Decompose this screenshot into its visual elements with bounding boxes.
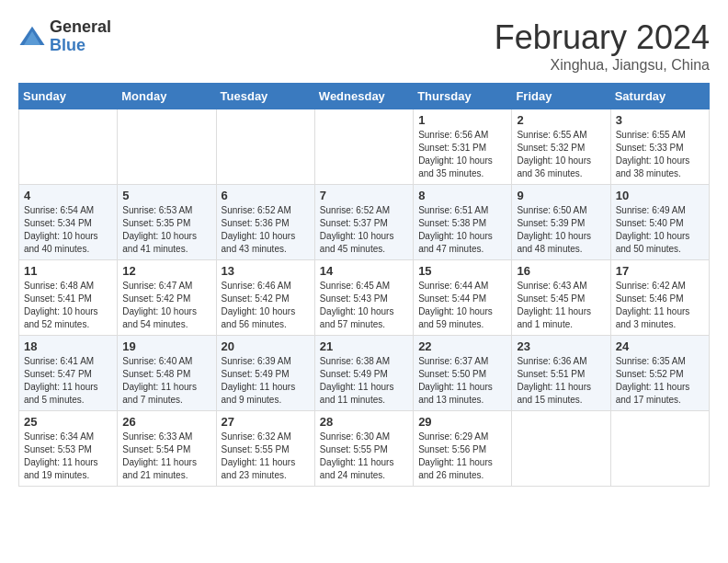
day-info: Sunrise: 6:34 AM Sunset: 5:53 PM Dayligh… [24,431,112,482]
calendar-cell [19,109,118,185]
day-info: Sunrise: 6:49 AM Sunset: 5:40 PM Dayligh… [616,204,704,256]
logo: General Blue [18,18,111,55]
day-number: 1 [418,113,506,127]
day-number: 9 [517,189,605,202]
day-info: Sunrise: 6:48 AM Sunset: 5:41 PM Dayligh… [24,280,112,331]
calendar-cell: 8Sunrise: 6:51 AM Sunset: 5:38 PM Daylig… [414,185,512,260]
calendar-cell [216,109,314,185]
calendar-row: 25Sunrise: 6:34 AM Sunset: 5:53 PM Dayli… [19,411,710,487]
day-number: 12 [122,264,210,278]
calendar-cell: 1Sunrise: 6:56 AM Sunset: 5:31 PM Daylig… [414,109,512,185]
calendar-cell: 26Sunrise: 6:33 AM Sunset: 5:54 PM Dayli… [118,411,216,487]
calendar-row: 18Sunrise: 6:41 AM Sunset: 5:47 PM Dayli… [19,336,710,411]
day-number: 8 [418,189,506,202]
day-number: 18 [24,339,112,353]
calendar-row: 11Sunrise: 6:48 AM Sunset: 5:41 PM Dayli… [19,260,710,336]
day-number: 20 [222,339,310,353]
day-number: 5 [122,189,210,202]
logo-blue: Blue [50,37,111,55]
calendar-row: 1Sunrise: 6:56 AM Sunset: 5:31 PM Daylig… [19,109,710,185]
day-number: 28 [320,415,408,429]
day-info: Sunrise: 6:32 AM Sunset: 5:55 PM Dayligh… [222,431,310,482]
day-info: Sunrise: 6:46 AM Sunset: 5:42 PM Dayligh… [222,280,310,331]
weekday-header: Tuesday [216,84,314,109]
day-number: 14 [320,264,408,278]
calendar-cell: 24Sunrise: 6:35 AM Sunset: 5:52 PM Dayli… [610,336,709,411]
day-info: Sunrise: 6:55 AM Sunset: 5:32 PM Dayligh… [517,129,605,180]
calendar-cell: 5Sunrise: 6:53 AM Sunset: 5:35 PM Daylig… [118,185,216,260]
month-title: February 2024 [495,18,710,57]
calendar-cell: 23Sunrise: 6:36 AM Sunset: 5:51 PM Dayli… [512,336,610,411]
calendar-cell: 28Sunrise: 6:30 AM Sunset: 5:55 PM Dayli… [314,411,413,487]
page-header: General Blue February 2024 Xinghua, Jian… [18,18,710,74]
weekday-header: Monday [118,84,216,109]
calendar-cell [118,109,216,185]
day-number: 15 [418,264,506,278]
day-info: Sunrise: 6:29 AM Sunset: 5:56 PM Dayligh… [418,431,506,482]
calendar-cell: 20Sunrise: 6:39 AM Sunset: 5:49 PM Dayli… [216,336,314,411]
calendar-cell: 25Sunrise: 6:34 AM Sunset: 5:53 PM Dayli… [19,411,118,487]
calendar-cell: 29Sunrise: 6:29 AM Sunset: 5:56 PM Dayli… [414,411,512,487]
day-number: 21 [320,339,408,353]
day-info: Sunrise: 6:55 AM Sunset: 5:33 PM Dayligh… [616,129,704,180]
day-info: Sunrise: 6:50 AM Sunset: 5:39 PM Dayligh… [517,204,605,256]
weekday-header: Wednesday [314,84,413,109]
day-number: 16 [517,264,605,278]
day-number: 26 [122,415,210,429]
day-info: Sunrise: 6:41 AM Sunset: 5:47 PM Dayligh… [24,355,112,407]
day-info: Sunrise: 6:45 AM Sunset: 5:43 PM Dayligh… [320,280,408,331]
day-number: 24 [616,339,704,353]
day-number: 4 [24,189,112,202]
day-number: 2 [517,113,605,127]
day-number: 25 [24,415,112,429]
calendar-cell: 3Sunrise: 6:55 AM Sunset: 5:33 PM Daylig… [610,109,709,185]
day-info: Sunrise: 6:42 AM Sunset: 5:46 PM Dayligh… [616,280,704,331]
calendar-cell: 21Sunrise: 6:38 AM Sunset: 5:49 PM Dayli… [314,336,413,411]
calendar-cell [314,109,413,185]
day-info: Sunrise: 6:56 AM Sunset: 5:31 PM Dayligh… [418,129,506,180]
day-number: 6 [222,189,310,202]
calendar-table: SundayMondayTuesdayWednesdayThursdayFrid… [18,83,710,487]
day-number: 17 [616,264,704,278]
weekday-header: Saturday [610,84,709,109]
day-info: Sunrise: 6:35 AM Sunset: 5:52 PM Dayligh… [616,355,704,407]
calendar-cell [610,411,709,487]
weekday-header: Friday [512,84,610,109]
calendar-cell: 15Sunrise: 6:44 AM Sunset: 5:44 PM Dayli… [414,260,512,336]
calendar-cell: 22Sunrise: 6:37 AM Sunset: 5:50 PM Dayli… [414,336,512,411]
day-number: 27 [222,415,310,429]
calendar-cell: 4Sunrise: 6:54 AM Sunset: 5:34 PM Daylig… [19,185,118,260]
day-number: 29 [418,415,506,429]
day-number: 7 [320,189,408,202]
calendar-cell: 19Sunrise: 6:40 AM Sunset: 5:48 PM Dayli… [118,336,216,411]
day-info: Sunrise: 6:47 AM Sunset: 5:42 PM Dayligh… [122,280,210,331]
day-number: 19 [122,339,210,353]
calendar-cell: 17Sunrise: 6:42 AM Sunset: 5:46 PM Dayli… [610,260,709,336]
logo-general: General [50,18,111,37]
calendar-cell: 16Sunrise: 6:43 AM Sunset: 5:45 PM Dayli… [512,260,610,336]
calendar-cell: 27Sunrise: 6:32 AM Sunset: 5:55 PM Dayli… [216,411,314,487]
day-info: Sunrise: 6:52 AM Sunset: 5:37 PM Dayligh… [320,204,408,256]
day-info: Sunrise: 6:40 AM Sunset: 5:48 PM Dayligh… [122,355,210,407]
calendar-cell: 7Sunrise: 6:52 AM Sunset: 5:37 PM Daylig… [314,185,413,260]
calendar-cell: 6Sunrise: 6:52 AM Sunset: 5:36 PM Daylig… [216,185,314,260]
day-number: 22 [418,339,506,353]
day-info: Sunrise: 6:38 AM Sunset: 5:49 PM Dayligh… [320,355,408,407]
day-info: Sunrise: 6:43 AM Sunset: 5:45 PM Dayligh… [517,280,605,331]
day-number: 11 [24,264,112,278]
day-info: Sunrise: 6:36 AM Sunset: 5:51 PM Dayligh… [517,355,605,407]
calendar-cell: 11Sunrise: 6:48 AM Sunset: 5:41 PM Dayli… [19,260,118,336]
calendar-cell: 12Sunrise: 6:47 AM Sunset: 5:42 PM Dayli… [118,260,216,336]
calendar-body: 1Sunrise: 6:56 AM Sunset: 5:31 PM Daylig… [19,109,710,487]
location: Xinghua, Jiangsu, China [495,57,710,74]
title-block: February 2024 Xinghua, Jiangsu, China [495,18,710,74]
weekday-header: Sunday [19,84,118,109]
day-info: Sunrise: 6:44 AM Sunset: 5:44 PM Dayligh… [418,280,506,331]
day-info: Sunrise: 6:33 AM Sunset: 5:54 PM Dayligh… [122,431,210,482]
calendar-cell: 14Sunrise: 6:45 AM Sunset: 5:43 PM Dayli… [314,260,413,336]
logo-text: General Blue [50,18,111,55]
day-number: 13 [222,264,310,278]
weekday-header: Thursday [414,84,512,109]
day-number: 3 [616,113,704,127]
calendar-cell: 10Sunrise: 6:49 AM Sunset: 5:40 PM Dayli… [610,185,709,260]
